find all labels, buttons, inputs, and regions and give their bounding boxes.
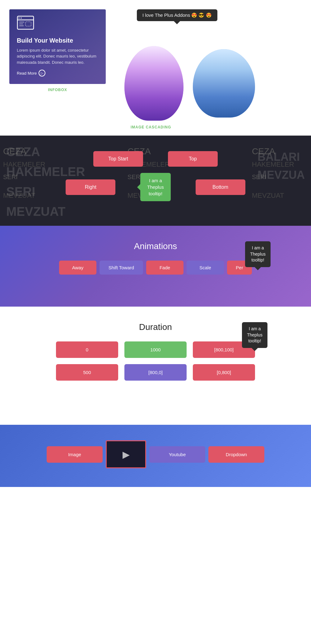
tooltip-line1: I am a bbox=[149, 178, 162, 183]
shift-toward-button[interactable]: Shift Toward bbox=[100, 261, 143, 275]
away-button[interactable]: Away bbox=[59, 261, 96, 275]
right-button[interactable]: Right bbox=[66, 179, 115, 195]
readmore-circle-icon: ▷ bbox=[39, 70, 45, 76]
girl-silhouette bbox=[124, 46, 183, 121]
infobox-card: Build Your Website Lorem ipsum dolor sit… bbox=[9, 9, 106, 84]
image-button[interactable]: Image bbox=[47, 446, 103, 463]
infobox-readmore-link[interactable]: Read More ▷ bbox=[17, 70, 98, 76]
infobox-wrapper: Build Your Website Lorem ipsum dolor sit… bbox=[9, 9, 106, 92]
top-button[interactable]: Top bbox=[168, 151, 218, 167]
tooltip-top-text: I love The Plus Addons 😍 😎 😍 bbox=[142, 12, 212, 18]
bottom-btn-row: Image ▶ Youtube Dropdown bbox=[9, 440, 302, 468]
tooltip-line2: Theplus bbox=[147, 184, 164, 190]
duration-tooltip: I am a Theplus tooltip! bbox=[242, 322, 267, 348]
animations-title: Animations bbox=[134, 241, 177, 251]
fade-button[interactable]: Fade bbox=[146, 261, 183, 275]
svg-rect-2 bbox=[19, 22, 24, 22]
duration-1000-button[interactable]: 1000 bbox=[124, 341, 187, 358]
duration-500-button[interactable]: 500 bbox=[56, 364, 118, 381]
video-thumbnail: ▶ bbox=[106, 440, 146, 468]
infobox-title: Build Your Website bbox=[17, 37, 98, 44]
svg-point-7 bbox=[21, 17, 22, 19]
infobox-text: Lorem ipsum dolor sit amet, consectetur … bbox=[17, 47, 98, 66]
svg-rect-5 bbox=[26, 22, 31, 26]
girl-image bbox=[124, 46, 183, 121]
anim-tooltip-l1: I am a bbox=[252, 245, 264, 250]
section-bottom-blue: Image ▶ Youtube Dropdown bbox=[0, 425, 311, 487]
youtube-button[interactable]: Youtube bbox=[149, 446, 205, 463]
svg-rect-3 bbox=[19, 24, 23, 24]
tooltip-line3: tooltip! bbox=[149, 191, 162, 196]
section-duration: Duration I am a Theplus tooltip! 0 1000 … bbox=[0, 307, 311, 425]
section-top: Build Your Website Lorem ipsum dolor sit… bbox=[0, 0, 311, 136]
man-silhouette bbox=[193, 49, 255, 118]
dur-tooltip-l3: tooltip! bbox=[248, 338, 261, 343]
dur-tooltip-l2: Theplus bbox=[247, 332, 262, 337]
tooltip-speech-top: I love The Plus Addons 😍 😎 😍 bbox=[137, 9, 217, 21]
bottom-button[interactable]: Bottom bbox=[196, 179, 245, 195]
image-cascading-label: IMAGE CASCADING bbox=[131, 125, 171, 129]
duration-range2-button[interactable]: [800,0] bbox=[124, 364, 187, 381]
section-tooltip-dark: CEZAHAKEMELERSERIMEVZUAT BALARIMEVZUA To… bbox=[0, 136, 311, 226]
anim-tooltip-l2: Theplus bbox=[250, 252, 266, 257]
infobox-section-label: INFOBOX bbox=[48, 88, 67, 92]
man-image bbox=[193, 49, 255, 118]
svg-rect-4 bbox=[19, 25, 24, 26]
tooltip-btn-row-top: Top Start Top bbox=[25, 151, 286, 167]
tooltip-btn-row-middle: Right I am a Theplus tooltip! Bottom bbox=[25, 173, 286, 201]
cascade-images-row bbox=[112, 46, 255, 121]
tooltip-green-container: I am a Theplus tooltip! bbox=[140, 173, 170, 201]
top-start-button[interactable]: Top Start bbox=[93, 151, 143, 167]
play-icon: ▶ bbox=[123, 449, 130, 460]
animations-tooltip: I am a Theplus tooltip! bbox=[245, 241, 271, 267]
duration-row-2: 500 [800,0] [0,800] bbox=[9, 364, 302, 381]
image-cascade-area: I love The Plus Addons 😍 😎 😍 IMAGE CASCA… bbox=[112, 9, 302, 129]
dropdown-button[interactable]: Dropdown bbox=[208, 446, 264, 463]
duration-0-button[interactable]: 0 bbox=[56, 341, 118, 358]
scale-button[interactable]: Scale bbox=[187, 261, 224, 275]
duration-range3-button[interactable]: [0,800] bbox=[193, 364, 255, 381]
section-animations: Animations I am a Theplus tooltip! Away … bbox=[0, 226, 311, 307]
infobox-content: Build Your Website Lorem ipsum dolor sit… bbox=[17, 37, 98, 77]
readmore-label: Read More bbox=[17, 71, 37, 76]
duration-title: Duration bbox=[139, 322, 172, 332]
anim-tooltip-l3: tooltip! bbox=[251, 257, 264, 262]
tooltip-green-box: I am a Theplus tooltip! bbox=[140, 173, 170, 201]
svg-point-6 bbox=[18, 17, 20, 19]
window-icon bbox=[17, 16, 34, 30]
dur-tooltip-l1: I am a bbox=[249, 326, 261, 331]
